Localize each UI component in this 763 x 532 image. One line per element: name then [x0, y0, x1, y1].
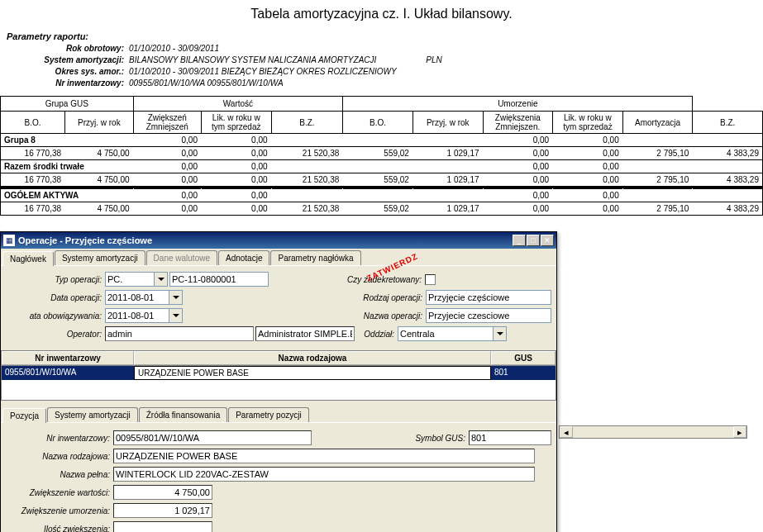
th-zwiekszen: Zwiększeń Zmniejszeń: [133, 112, 201, 134]
cell: 0,00: [553, 173, 623, 188]
cell: 4 383,29: [693, 147, 763, 160]
th-przyj: Przyj. w rok: [65, 112, 133, 134]
cell: 2 795,10: [622, 173, 693, 188]
cell: 4 383,29: [693, 202, 763, 216]
cell: 0,00: [201, 173, 271, 188]
cell: 0,00: [133, 147, 201, 160]
row-razem-label: Razem środki trwałe: [1, 160, 134, 173]
cell: 16 770,38: [1, 173, 65, 188]
cell: 0,00: [133, 173, 201, 188]
cell: 2 795,10: [622, 202, 693, 216]
row-grupa8-label: Grupa 8: [1, 134, 134, 147]
th-u-zwiekszenia: Zwiększenia Zmniejszen.: [483, 112, 553, 134]
cell: 1 029,17: [412, 202, 483, 216]
param-value-system: BILANSOWY BILANSOWY SYSTEM NALICZANIA AM…: [129, 55, 376, 66]
cell: 0,00: [553, 189, 623, 202]
params-heading: Parametry raportu:: [7, 31, 756, 41]
param-label-system: System amortyzacji:: [7, 55, 129, 66]
cell: 0,00: [483, 173, 553, 188]
th-amortyzacja: Amortyzacja: [622, 112, 693, 134]
cell: 4 383,29: [693, 173, 763, 188]
cell: 0,00: [201, 160, 271, 173]
th-bz: B.Z.: [271, 112, 343, 134]
cell: 0,00: [483, 202, 553, 216]
row-ogolem-label: OGÓŁEM AKTYWA: [1, 189, 134, 202]
param-value-okres: 01/10/2010 - 30/09/2011 BIEŻĄCY BIEŻĄCY …: [129, 66, 397, 78]
cell: 0,00: [483, 160, 553, 173]
cell: 0,00: [553, 202, 623, 216]
th-bo: B.O.: [1, 112, 65, 134]
cell: 4 750,00: [65, 147, 133, 160]
report-title: Tabela amortyzacyjna cz. I. Układ bilans…: [0, 0, 763, 28]
cell: 4 750,00: [65, 202, 133, 216]
th-umorzenie: Umorzenie: [343, 97, 693, 112]
cell: 0,00: [133, 134, 201, 147]
cell: 559,02: [343, 202, 413, 216]
cell: 559,02: [343, 173, 413, 188]
cell: 0,00: [201, 202, 271, 216]
th-u-przyj: Przyj. w rok: [412, 112, 483, 134]
param-label-rok: Rok obrotowy:: [7, 43, 129, 55]
cell: 4 750,00: [65, 173, 133, 188]
cell: 1 029,17: [412, 147, 483, 160]
cell: 0,00: [483, 147, 553, 160]
cell: 0,00: [553, 134, 623, 147]
cell: 2 795,10: [622, 147, 693, 160]
th-lik: Lik. w roku w tym sprzedaż: [201, 112, 271, 134]
cell: 21 520,38: [271, 173, 343, 188]
cell: 21 520,38: [271, 202, 343, 216]
report-parameters: Parametry raportu: Rok obrotowy: 01/10/2…: [0, 28, 763, 93]
cell: 0,00: [483, 189, 553, 202]
cell: 0,00: [133, 160, 201, 173]
param-currency: PLN: [426, 55, 441, 66]
cell: 1 029,17: [412, 173, 483, 188]
cell: 16 770,38: [1, 202, 65, 216]
th-u-lik: Lik. w roku w tym sprzedaż: [553, 112, 623, 134]
cell: 0,00: [201, 147, 271, 160]
cell: 0,00: [201, 189, 271, 202]
cell: 0,00: [553, 147, 623, 160]
cell: 0,00: [133, 189, 201, 202]
cell: 16 770,38: [1, 147, 65, 160]
th-u-bo: B.O.: [343, 112, 413, 134]
cell: 0,00: [553, 160, 623, 173]
param-value-nrinw: 00955/801/W/10/WA 00955/801/W/10/WA: [129, 78, 284, 89]
cell: 21 520,38: [271, 147, 343, 160]
param-value-rok: 01/10/2010 - 30/09/2011: [129, 43, 219, 55]
cell: 0,00: [483, 134, 553, 147]
amortization-table: Grupa GUS Wartość Umorzenie B.O. Przyj. …: [0, 96, 763, 216]
th-u-bz: B.Z.: [693, 112, 763, 134]
param-label-okres: Okres sys. amor.:: [7, 66, 129, 78]
cell: 0,00: [133, 202, 201, 216]
param-label-nrinw: Nr inwentarzowy:: [7, 78, 129, 89]
cell: 559,02: [343, 147, 413, 160]
th-wartosc: Wartość: [133, 97, 343, 112]
cell: 0,00: [201, 134, 271, 147]
th-grupa-gus: Grupa GUS: [1, 97, 134, 112]
